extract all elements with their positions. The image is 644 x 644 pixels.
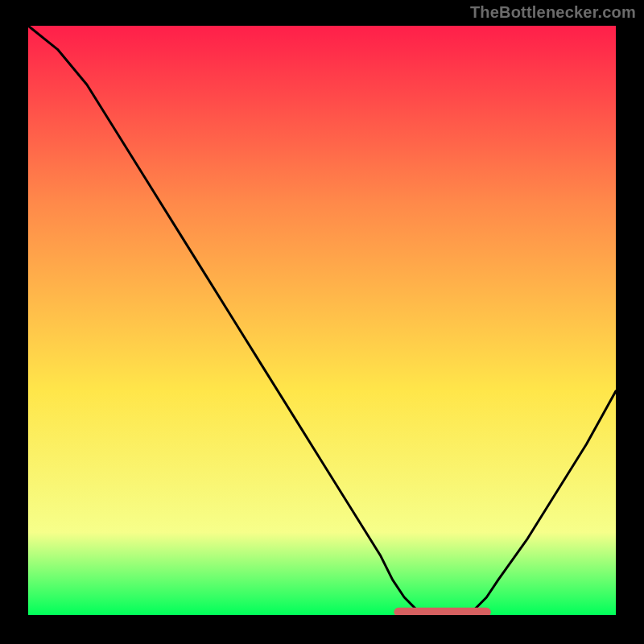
chart-container: TheBottlenecker.com xyxy=(0,0,644,644)
chart-svg xyxy=(28,26,616,615)
plot-area xyxy=(28,26,616,615)
gradient-background xyxy=(28,26,616,615)
attribution-text: TheBottlenecker.com xyxy=(470,3,636,22)
